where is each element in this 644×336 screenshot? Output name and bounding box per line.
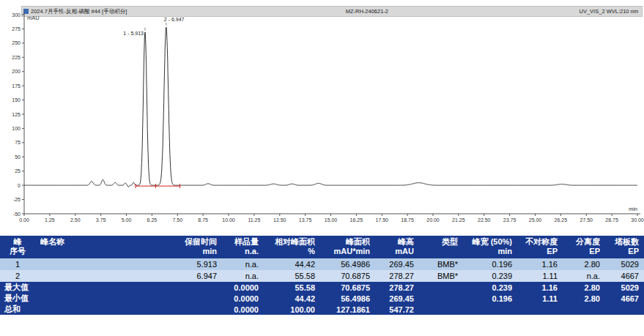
y-tick-label: 175 (12, 83, 21, 89)
x-tick-label: 10.00 (222, 217, 235, 223)
cell (136, 293, 222, 304)
cell: 0.239 (463, 270, 517, 282)
x-tick-label: 22.50 (478, 217, 491, 223)
cell: 最大值 (0, 282, 35, 293)
x-tick-label: 12.50 (273, 217, 286, 223)
x-tick-label: 27.50 (580, 217, 593, 223)
cell (136, 304, 222, 315)
column-header: 保留时间min (136, 236, 222, 258)
column-header: 峰名称 (35, 236, 136, 258)
cell: 547.72 (375, 304, 419, 315)
cell (35, 258, 136, 270)
cell: 1.11 (517, 270, 563, 282)
x-tick-label: 0.00 (19, 217, 29, 223)
cell: BMB* (419, 258, 463, 270)
x-tick-label: 5.00 (122, 217, 132, 223)
y-tick-label: 100 (12, 126, 21, 131)
cell (136, 282, 222, 293)
cell (35, 293, 136, 304)
cell (35, 270, 136, 282)
cell: 0.196 (463, 258, 517, 270)
cell: 0.239 (463, 282, 517, 293)
cell: 4667 (605, 270, 644, 282)
cell: 269.45 (375, 258, 419, 270)
cell (419, 293, 463, 304)
chromatogram-plot[interactable]: -50-250255075100125150175200225250275300… (0, 9, 644, 231)
cell: 70.6875 (320, 270, 375, 282)
cell: 55.58 (264, 270, 320, 282)
column-header: 分离度EP (563, 236, 605, 258)
y-tick-label: 50 (15, 154, 21, 160)
cell: 1 (0, 258, 35, 270)
x-tick-label: 16.25 (350, 217, 363, 223)
y-axis-unit: mAU (27, 15, 40, 21)
cell: 127.1861 (320, 304, 375, 315)
cell: 0.0000 (222, 282, 264, 293)
cell: 269.45 (375, 293, 419, 304)
cell: 0.196 (463, 293, 517, 304)
signal-trace (24, 27, 637, 187)
column-header: 类型 (419, 236, 463, 258)
cell (419, 282, 463, 293)
peak-results-table: 峰序号峰名称 保留时间min样品量n.a.相对峰面积%峰面积mAU*min峰高m… (0, 236, 644, 315)
y-tick-label: 300 (12, 12, 21, 18)
cell (35, 282, 136, 293)
cell (605, 304, 644, 315)
y-tick-label: 200 (12, 69, 21, 74)
cell: 2.80 (563, 258, 605, 270)
cell: 0.0000 (222, 304, 264, 315)
cell (563, 304, 605, 315)
column-header: 相对峰面积% (264, 236, 320, 258)
cell: 1.11 (517, 293, 563, 304)
cell: 0.0000 (222, 293, 264, 304)
x-tick-label: 6.25 (147, 217, 158, 223)
cell: 5029 (605, 258, 644, 270)
x-tick-label: 30.00 (631, 217, 644, 223)
column-header: 峰高mAU (375, 236, 419, 258)
cell: BMB* (419, 270, 463, 282)
chromatogram-panel: 2024.7月手性-反相-磷酸 #44 [手动积分] MZ-RH-240621-… (0, 0, 644, 231)
peak-table-body: 15.913n.a.44.4256.4986269.45BMB*0.1961.1… (0, 258, 644, 315)
x-axis-unit: min (629, 206, 637, 212)
x-tick-label: 13.75 (299, 217, 312, 223)
y-tick-label: 75 (15, 140, 21, 145)
cell: 5029 (605, 282, 644, 293)
x-tick-label: 21.25 (452, 217, 465, 223)
cell: n.a. (222, 258, 264, 270)
cell: 56.4986 (320, 293, 375, 304)
cell: 1.16 (517, 282, 563, 293)
cell (35, 304, 136, 315)
peak-row[interactable]: 26.947n.a.55.5870.6875278.27BMB*0.2391.1… (0, 270, 644, 282)
peak-label: 1 - 5.913 (123, 31, 144, 36)
cell: 100.00 (264, 304, 320, 315)
cell (419, 304, 463, 315)
column-header: 不对称度EP (517, 236, 563, 258)
y-tick-label: 0 (18, 183, 21, 188)
x-tick-label: 11.25 (248, 217, 260, 223)
x-tick-label: 23.75 (503, 217, 517, 223)
cell: 55.58 (264, 282, 320, 293)
peak-table-header-row: 峰序号峰名称 保留时间min样品量n.a.相对峰面积%峰面积mAU*min峰高m… (0, 236, 644, 258)
column-header: 样品量n.a. (222, 236, 264, 258)
cell: 70.6875 (320, 282, 375, 293)
column-header: 峰宽 (50%)min (463, 236, 517, 258)
cell: 6.947 (136, 270, 222, 282)
x-tick-label: 25.00 (529, 217, 542, 223)
y-tick-label: 150 (12, 97, 21, 102)
cell: 1.16 (517, 258, 563, 270)
y-tick-label: -50 (13, 212, 21, 217)
column-header: 塔板数EP (605, 236, 644, 258)
peak-label: 2 - 6.947 (164, 17, 185, 22)
cell: 2.80 (563, 282, 605, 293)
cell: 4667 (605, 293, 644, 304)
y-tick-label: -25 (13, 197, 21, 202)
summary-row: 最小值0.000044.4256.4986269.450.1961.112.80… (0, 293, 644, 304)
x-tick-label: 26.25 (555, 217, 568, 223)
cell: 2 (0, 270, 35, 282)
peak-row[interactable]: 15.913n.a.44.4256.4986269.45BMB*0.1961.1… (0, 258, 644, 270)
y-tick-label: 250 (12, 40, 21, 45)
summary-row: 总和0.0000100.00127.1861547.72 (0, 304, 644, 315)
x-tick-label: 15.00 (325, 217, 338, 223)
cell: 最小值 (0, 293, 35, 304)
x-tick-label: 8.75 (198, 217, 208, 223)
